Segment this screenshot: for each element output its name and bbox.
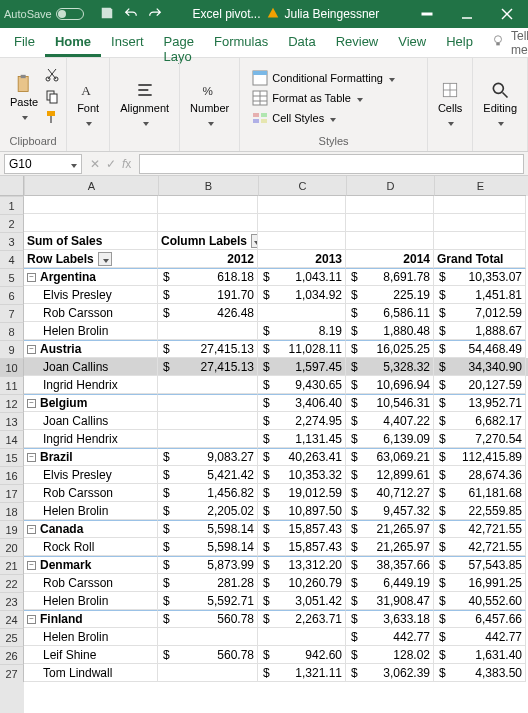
value-cell[interactable]: $5,598.14 <box>158 538 258 556</box>
tab-insert[interactable]: Insert <box>101 28 154 57</box>
row-header[interactable]: 20 <box>0 538 24 556</box>
collapse-icon[interactable]: − <box>27 345 36 354</box>
value-cell[interactable]: $1,631.40 <box>434 646 526 664</box>
pivot-row-labels[interactable]: Row Labels <box>24 250 158 268</box>
country-row-label[interactable]: −Finland <box>24 610 158 628</box>
column-header[interactable]: A <box>24 176 158 196</box>
value-cell[interactable]: $2,263.71 <box>258 610 346 628</box>
value-cell[interactable]: $15,857.43 <box>258 538 346 556</box>
value-cell[interactable]: $6,586.11 <box>346 304 434 322</box>
value-cell[interactable]: $40,263.41 <box>258 448 346 466</box>
column-header[interactable]: C <box>258 176 346 196</box>
value-cell[interactable]: $9,457.32 <box>346 502 434 520</box>
person-row-label[interactable]: Leif Shine <box>24 646 158 664</box>
empty-cell[interactable] <box>346 232 434 250</box>
value-cell[interactable]: $3,633.18 <box>346 610 434 628</box>
value-cell[interactable]: $61,181.68 <box>434 484 526 502</box>
row-header[interactable]: 5 <box>0 268 24 286</box>
font-button[interactable]: A Font <box>73 78 103 130</box>
value-cell[interactable]: $3,051.42 <box>258 592 346 610</box>
value-cell[interactable]: $12,899.61 <box>346 466 434 484</box>
minimize-button[interactable] <box>450 0 484 28</box>
value-cell[interactable]: $27,415.13 <box>158 358 258 376</box>
cut-icon[interactable] <box>44 67 60 86</box>
tab-file[interactable]: File <box>4 28 45 57</box>
value-cell[interactable]: $426.48 <box>158 304 258 322</box>
value-cell[interactable]: $1,888.67 <box>434 322 526 340</box>
value-cell[interactable]: $6,457.66 <box>434 610 526 628</box>
cells-button[interactable]: Cells <box>434 78 466 130</box>
value-cell[interactable] <box>158 412 258 430</box>
formula-input[interactable] <box>139 154 524 174</box>
row-header[interactable]: 12 <box>0 394 24 412</box>
empty-cell[interactable] <box>24 214 158 232</box>
cancel-icon[interactable]: ✕ <box>90 157 100 171</box>
value-cell[interactable]: $54,468.49 <box>434 340 526 358</box>
value-cell[interactable]: $34,340.90 <box>434 358 526 376</box>
row-header[interactable]: 11 <box>0 376 24 394</box>
column-header[interactable]: B <box>158 176 258 196</box>
collapse-icon[interactable]: − <box>27 273 36 282</box>
column-header[interactable]: D <box>346 176 434 196</box>
row-header[interactable]: 8 <box>0 322 24 340</box>
value-cell[interactable]: $128.02 <box>346 646 434 664</box>
value-cell[interactable] <box>158 628 258 646</box>
value-cell[interactable]: $442.77 <box>346 628 434 646</box>
paste-button[interactable]: Paste <box>6 72 42 124</box>
value-cell[interactable]: $618.18 <box>158 268 258 286</box>
value-cell[interactable]: $560.78 <box>158 646 258 664</box>
value-cell[interactable]: $13,952.71 <box>434 394 526 412</box>
row-header[interactable]: 21 <box>0 556 24 574</box>
empty-cell[interactable] <box>346 214 434 232</box>
value-cell[interactable]: $10,696.94 <box>346 376 434 394</box>
person-row-label[interactable]: Joan Callins <box>24 358 158 376</box>
value-cell[interactable]: $112,415.89 <box>434 448 526 466</box>
row-header[interactable]: 17 <box>0 484 24 502</box>
tab-home[interactable]: Home <box>45 28 101 57</box>
fx-icon[interactable]: fx <box>122 157 131 171</box>
value-cell[interactable]: $5,873.99 <box>158 556 258 574</box>
value-cell[interactable]: $560.78 <box>158 610 258 628</box>
autosave-toggle[interactable]: AutoSave <box>4 8 84 20</box>
format-painter-icon[interactable] <box>44 109 60 128</box>
value-cell[interactable]: $8.19 <box>258 322 346 340</box>
row-header[interactable]: 19 <box>0 520 24 538</box>
row-header[interactable]: 3 <box>0 232 24 250</box>
row-header[interactable]: 13 <box>0 412 24 430</box>
value-cell[interactable] <box>158 376 258 394</box>
ribbon-options-icon[interactable] <box>410 0 444 28</box>
tell-me[interactable]: Tell me <box>483 28 528 57</box>
value-cell[interactable]: $3,406.40 <box>258 394 346 412</box>
tab-data[interactable]: Data <box>278 28 325 57</box>
person-row-label[interactable]: Ingrid Hendrix <box>24 430 158 448</box>
pivot-column-labels[interactable]: Column Labels <box>158 232 258 250</box>
filter-button[interactable] <box>251 234 258 248</box>
row-header[interactable]: 25 <box>0 628 24 646</box>
format-as-table-button[interactable]: Format as Table <box>250 89 397 107</box>
row-header[interactable]: 26 <box>0 646 24 664</box>
tab-help[interactable]: Help <box>436 28 483 57</box>
value-cell[interactable]: $2,205.02 <box>158 502 258 520</box>
value-cell[interactable]: $21,265.97 <box>346 538 434 556</box>
name-box[interactable]: G10 <box>4 154 82 174</box>
value-cell[interactable]: $19,012.59 <box>258 484 346 502</box>
value-cell[interactable]: $1,131.45 <box>258 430 346 448</box>
person-row-label[interactable]: Helen Brolin <box>24 502 158 520</box>
person-row-label[interactable]: Rob Carsson <box>24 574 158 592</box>
person-row-label[interactable]: Rob Carsson <box>24 484 158 502</box>
value-cell[interactable]: $5,421.42 <box>158 466 258 484</box>
empty-cell[interactable] <box>24 196 158 214</box>
select-all-corner[interactable] <box>0 176 24 196</box>
tab-review[interactable]: Review <box>326 28 389 57</box>
empty-cell[interactable] <box>434 214 526 232</box>
value-cell[interactable]: $1,321.11 <box>258 664 346 682</box>
row-header[interactable]: 10 <box>0 358 24 376</box>
value-cell[interactable]: $16,025.25 <box>346 340 434 358</box>
copy-icon[interactable] <box>44 88 60 107</box>
value-cell[interactable]: $63,069.21 <box>346 448 434 466</box>
value-cell[interactable]: $10,897.50 <box>258 502 346 520</box>
row-header[interactable]: 18 <box>0 502 24 520</box>
collapse-icon[interactable]: − <box>27 525 36 534</box>
value-cell[interactable]: $27,415.13 <box>158 340 258 358</box>
empty-cell[interactable] <box>258 232 346 250</box>
